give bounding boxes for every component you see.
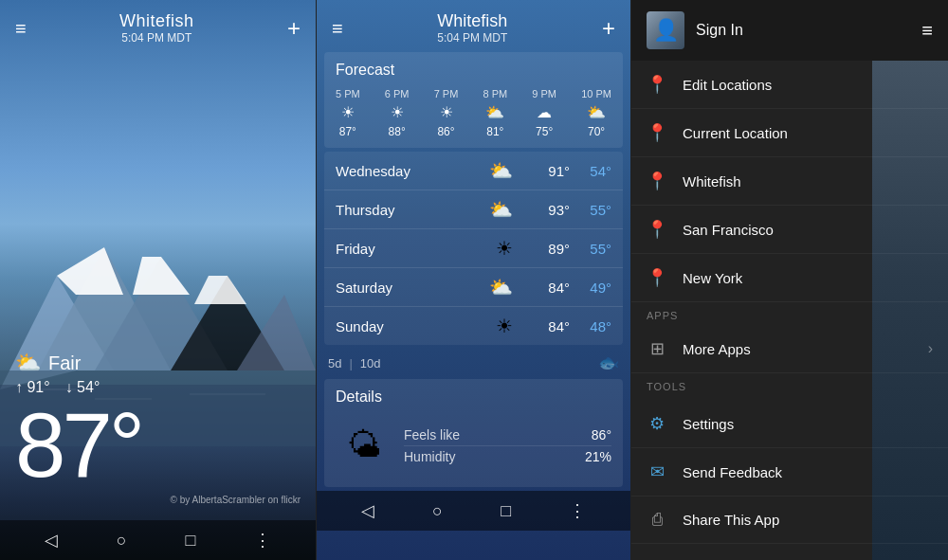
send-feedback-label: Send Feedback [683, 464, 933, 480]
avatar[interactable]: 👤 [647, 11, 684, 49]
more-apps-label: More Apps [683, 341, 913, 357]
menu-item-edit-locations[interactable]: 📍 Edit Locations [631, 61, 948, 109]
forecast-hamburger[interactable]: ≡ [332, 19, 343, 38]
apps-section-label: Apps [631, 302, 948, 325]
forecast-top-bar: ≡ Whitefish 5:04 PM MDT + [317, 0, 630, 52]
temp-up-icon [15, 379, 27, 395]
menu-header: 👤 Sign In ≡ [631, 0, 948, 61]
hour-item-0: 5 PM ☀ 87° [336, 88, 360, 138]
feels-like-item: Feels like 86° [404, 425, 611, 446]
home-button-2[interactable]: ○ [432, 501, 443, 521]
10d-button[interactable]: 10d [360, 356, 381, 370]
main-weather-panel: ≡ Whitefish 5:04 PM MDT + ⛅ Fair 91° 54° [0, 0, 316, 560]
menu-item-settings[interactable]: ⚙ Settings [631, 400, 948, 448]
tools-section-label: Tools [631, 373, 948, 396]
weather-detail-icon: 🌤 [336, 417, 392, 474]
forecast-controls: 5d | 10d 🐟 [317, 347, 630, 379]
current-location-label: Current Location [683, 125, 933, 141]
new-york-label: New York [683, 270, 933, 286]
weather-condition: ⛅ Fair [15, 351, 301, 375]
hour-item-1: 6 PM ☀ 88° [385, 88, 410, 138]
menu-hamburger-icon[interactable]: ≡ [921, 20, 933, 42]
daily-forecast-section: Wednesday ⛅ 91° 54° Thursday ⛅ 93° 55° F… [324, 152, 623, 345]
daily-row-3: Saturday ⛅ 84° 49° [324, 268, 623, 307]
edit-locations-label: Edit Locations [683, 77, 933, 93]
forecast-city-info: Whitefish 5:04 PM MDT [437, 11, 507, 45]
pin-yellow-icon: 📍 [647, 74, 667, 95]
hourly-row: 5 PM ☀ 87° 6 PM ☀ 88° 7 PM ☀ 86° 8 PM ⛅ [336, 88, 611, 138]
menu-item-rate-app[interactable]: ★ Rate This App [631, 544, 948, 560]
hamburger-icon[interactable]: ≡ [15, 19, 27, 38]
settings-gear-icon: ⚙ [647, 413, 667, 434]
hour-item-2: 7 PM ☀ 86° [434, 88, 459, 138]
city-time: 5:04 PM MDT [119, 31, 194, 45]
forecast-content: ≡ Whitefish 5:04 PM MDT + Forecast 5 PM … [317, 0, 630, 560]
hour-item-5: 10 PM ⛅ 70° [581, 88, 611, 138]
main-temperature: 87° [15, 400, 301, 491]
menu-item-send-feedback[interactable]: ✉ Send Feedback [631, 448, 948, 497]
san-francisco-location-icon: 📍 [647, 219, 667, 240]
details-section: Details 🌤 Feels like 86° Humidity 21% [324, 379, 623, 487]
hourly-forecast-section: Forecast 5 PM ☀ 87° 6 PM ☀ 88° 7 PM ☀ 86… [324, 52, 623, 148]
humidity-item: Humidity 21% [404, 446, 611, 467]
condition-text: Fair [48, 352, 81, 374]
hour-item-4: 9 PM ☁ 75° [532, 88, 556, 138]
recent-button-2[interactable]: □ [501, 501, 511, 521]
top-bar: ≡ Whitefish 5:04 PM MDT + [0, 0, 316, 52]
photo-credit: © by AlbertaScrambler on flickr [15, 495, 301, 505]
back-button[interactable]: ◁ [45, 530, 58, 551]
san-francisco-label: San Francisco [683, 222, 933, 238]
share-icon: ⎙ [647, 510, 667, 530]
temp-down-icon [65, 379, 77, 395]
forecast-city-name: Whitefish [437, 11, 507, 31]
feedback-icon: ✉ [647, 461, 667, 482]
daily-row-2: Friday ☀ 89° 55° [324, 229, 623, 268]
menu-content: 👤 Sign In ≡ 📍 Edit Locations 📍 Current L… [631, 0, 948, 560]
whitefish-label: Whitefish [683, 173, 933, 190]
weather-main: ⛅ Fair 91° 54° 87° © by AlbertaScrambler… [0, 52, 316, 520]
forecast-title: Forecast [336, 62, 611, 79]
more-apps-icon: ⊞ [647, 338, 667, 359]
menu-item-new-york[interactable]: 📍 New York [631, 254, 948, 302]
city-info: Whitefish 5:04 PM MDT [119, 11, 194, 45]
current-location-icon: 📍 [647, 122, 667, 143]
forecast-add-button[interactable]: + [602, 17, 615, 40]
details-title: Details [336, 388, 611, 406]
home-button[interactable]: ○ [117, 531, 127, 551]
new-york-location-icon: 📍 [647, 267, 667, 288]
forecast-panel: ≡ Whitefish 5:04 PM MDT + Forecast 5 PM … [316, 0, 631, 560]
main-overlay: ≡ Whitefish 5:04 PM MDT + ⛅ Fair 91° 54° [0, 0, 316, 560]
daily-row-0: Wednesday ⛅ 91° 54° [324, 152, 623, 190]
more-button[interactable]: ⋮ [254, 530, 271, 551]
menu-item-whitefish[interactable]: 📍 Whitefish [631, 157, 948, 206]
details-items: Feels like 86° Humidity 21% [404, 425, 611, 467]
recent-button[interactable]: □ [185, 531, 195, 551]
menu-item-share-app[interactable]: ⎙ Share This App [631, 497, 948, 544]
add-location-button[interactable]: + [287, 17, 301, 40]
hour-item-3: 8 PM ⛅ 81° [483, 88, 507, 138]
nav-bar-2: ◁ ○ □ ⋮ [317, 491, 630, 531]
forecast-time: 5:04 PM MDT [437, 31, 507, 45]
back-button-2[interactable]: ◁ [361, 500, 374, 521]
5d-button[interactable]: 5d [328, 356, 341, 370]
nav-bar-1: ◁ ○ □ ⋮ [0, 520, 316, 560]
whitefish-location-icon: 📍 [647, 171, 667, 191]
settings-label: Settings [683, 416, 933, 432]
more-button-2[interactable]: ⋮ [569, 500, 586, 521]
city-name: Whitefish [119, 11, 194, 31]
condition-icon: ⛅ [15, 351, 41, 375]
fish-icon: 🐟 [598, 352, 619, 373]
daily-row-1: Thursday ⛅ 93° 55° [324, 190, 623, 229]
menu-panel: 👤 Sign In ≡ 📍 Edit Locations 📍 Current L… [631, 0, 948, 560]
share-app-label: Share This App [683, 512, 933, 528]
menu-item-san-francisco[interactable]: 📍 San Francisco [631, 206, 948, 254]
menu-item-more-apps[interactable]: ⊞ More Apps › [631, 325, 948, 373]
menu-item-current-location[interactable]: 📍 Current Location [631, 109, 948, 157]
chevron-right-icon: › [928, 340, 933, 357]
details-row: 🌤 Feels like 86° Humidity 21% [336, 413, 611, 478]
daily-row-4: Sunday ☀ 84° 48° [324, 307, 623, 345]
sign-in-label[interactable]: Sign In [684, 22, 921, 39]
